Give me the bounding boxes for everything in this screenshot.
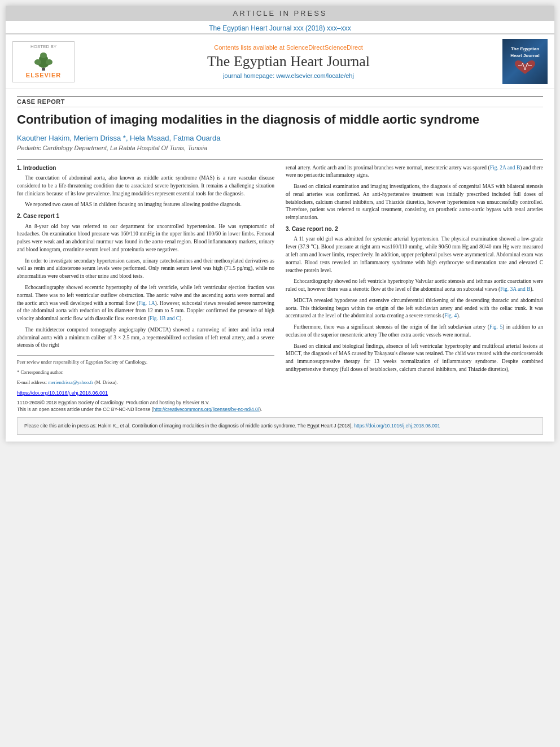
homepage-url[interactable]: www.elsevier.com/locate/ehj bbox=[276, 72, 354, 79]
fig5-ref: Fig. 5 bbox=[489, 324, 502, 330]
svg-point-3 bbox=[40, 53, 47, 58]
copyright-line: 1110-2608/© 2018 Egyptian Society of Car… bbox=[17, 399, 274, 406]
fig1bc-ref: Fig. 1B and C bbox=[150, 316, 180, 321]
email-suffix: (M. Drissa). bbox=[93, 379, 117, 385]
license-link[interactable]: http://creativecommons.org/licenses/by-n… bbox=[154, 407, 260, 412]
elsevier-logo: ELSEVIER bbox=[18, 51, 69, 80]
case2-p4: Furthermore, there was a significant ste… bbox=[286, 324, 543, 339]
citation-doi-link[interactable]: https://doi.org/10.1016/j.ehj.2018.06.00… bbox=[354, 423, 440, 429]
sciencedirect-brand: ScienceDirect bbox=[325, 44, 363, 51]
journal-header: HOSTED BY ELSEVIER Contents lists availa… bbox=[6, 33, 554, 89]
doi-link[interactable]: https://doi.org/10.1016/j.ehj.2018.06.00… bbox=[17, 390, 108, 396]
authors-text: Kaouther Hakim, Meriem Drissa *, Hela Ms… bbox=[17, 134, 221, 142]
case1-p1: An 8-year old boy was referred to our de… bbox=[17, 223, 274, 254]
column-right: renal artery. Aortic arch and its proxim… bbox=[286, 164, 543, 413]
email-label: E-mail address: bbox=[17, 379, 47, 385]
affiliation: Pediatric Cardiology Department, La Rabt… bbox=[17, 145, 543, 151]
svg-point-5 bbox=[46, 59, 53, 65]
article-body: CASE REPORT Contribution of imaging moda… bbox=[6, 89, 554, 442]
article-title: Contribution of imaging modalities in th… bbox=[17, 112, 543, 128]
intro-p2: We reported two cases of MAS in children… bbox=[17, 201, 274, 209]
banner-text: ARTICLE IN PRESS bbox=[233, 9, 327, 18]
homepage-prefix: journal homepage: bbox=[223, 72, 276, 79]
email-note: E-mail address: meriendrissa@yahoo.fr (M… bbox=[17, 379, 274, 386]
case2-p2: Echocardiography showed no left ventricl… bbox=[286, 278, 543, 294]
case2-p1: A 11 year old girl was admitted for syst… bbox=[286, 235, 543, 274]
sciencedirect-name: ScienceDirect bbox=[286, 44, 325, 51]
contents-text: Contents lists available at bbox=[214, 44, 285, 51]
journal-link-text: The Egyptian Heart Journal xxx (2018) xx… bbox=[209, 24, 351, 32]
intro-p1: The coarctation of abdominal aorta, also… bbox=[17, 174, 274, 198]
elsevier-logo-block: HOSTED BY ELSEVIER bbox=[12, 41, 75, 82]
citation-box: Please cite this article in press as: Ha… bbox=[17, 417, 543, 435]
open-access-line: This is an open access article under the… bbox=[17, 406, 274, 413]
journal-homepage: journal homepage: www.elsevier.com/locat… bbox=[80, 72, 497, 79]
cover-line2: Heart Journal bbox=[510, 53, 540, 58]
column-left: 1. Introduction The coarctation of abdom… bbox=[17, 164, 274, 413]
two-column-content: 1. Introduction The coarctation of abdom… bbox=[17, 164, 543, 413]
case1-heading: 2. Case report 1 bbox=[17, 212, 274, 221]
citation-text: Please cite this article in press as: Ha… bbox=[24, 423, 354, 429]
case2-heading: 3. Case report no. 2 bbox=[286, 225, 543, 234]
footnote-area: Peer review under responsibility of Egyp… bbox=[17, 355, 274, 386]
fig1a-ref: Fig. 1A bbox=[138, 300, 155, 306]
svg-point-4 bbox=[34, 59, 41, 65]
right-p1: renal artery. Aortic arch and its proxim… bbox=[286, 164, 543, 180]
right-p2: Based on clinical examination and imagin… bbox=[286, 183, 543, 222]
email-link[interactable]: meriendrissa@yahoo.fr bbox=[48, 379, 93, 385]
svg-rect-0 bbox=[42, 68, 45, 71]
peer-review-note: Peer review under responsibility of Egyp… bbox=[17, 359, 274, 366]
cover-line1: The Egyptian bbox=[511, 46, 539, 51]
case1-p3: Echocardiography showed eccentric hypert… bbox=[17, 284, 274, 323]
case-report-label: CASE REPORT bbox=[17, 96, 543, 107]
authors: Kaouther Hakim, Meriem Drissa *, Hela Ms… bbox=[17, 134, 543, 142]
journal-title: The Egyptian Heart Journal bbox=[80, 53, 497, 70]
journal-link-bar: The Egyptian Heart Journal xxx (2018) xx… bbox=[6, 21, 554, 33]
sciencedirect-link: Contents lists available at ScienceDirec… bbox=[80, 44, 497, 51]
cover-heart-icon bbox=[514, 60, 536, 77]
elsevier-tree-icon bbox=[29, 52, 58, 72]
divider bbox=[17, 159, 543, 160]
corresponding-note: * Corresponding author. bbox=[17, 369, 274, 376]
case2-p5: Based on clinical and biological finding… bbox=[286, 343, 543, 374]
journal-cover-image: The Egyptian Heart Journal bbox=[502, 39, 548, 84]
fig2ab-ref: Fig. 2A and B bbox=[490, 165, 520, 171]
elsevier-brand-text: ELSEVIER bbox=[26, 72, 61, 78]
hosted-by-text: HOSTED BY bbox=[30, 44, 56, 49]
case2-p3: MDCTA revealed hypodense and extensive c… bbox=[286, 297, 543, 320]
doi-line: https://doi.org/10.1016/j.ehj.2018.06.00… bbox=[17, 390, 274, 397]
fig3ab-ref: Fig. 3A and B bbox=[500, 286, 530, 292]
fig4-ref: Fig. 4 bbox=[444, 313, 457, 318]
case1-p2: In order to investigate secondary hypert… bbox=[17, 257, 274, 281]
case1-p4: The multidetector computed tomography an… bbox=[17, 326, 274, 350]
header-center: Contents lists available at ScienceDirec… bbox=[80, 44, 497, 79]
intro-heading: 1. Introduction bbox=[17, 164, 274, 173]
article-in-press-banner: ARTICLE IN PRESS bbox=[6, 6, 554, 21]
page: ARTICLE IN PRESS The Egyptian Heart Jour… bbox=[6, 6, 554, 442]
journal-cover: The Egyptian Heart Journal bbox=[502, 39, 548, 84]
open-access-text: This is an open access article under the… bbox=[17, 407, 262, 412]
